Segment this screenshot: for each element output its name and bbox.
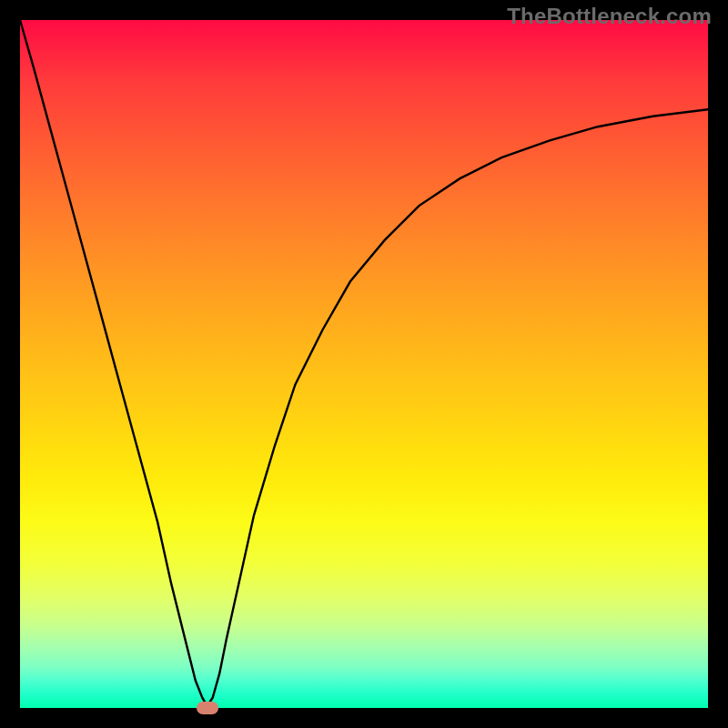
- chart-plot-area: [20, 20, 708, 708]
- watermark-text: TheBottleneck.com: [507, 4, 712, 29]
- bottleneck-curve: [20, 20, 708, 708]
- optimal-marker: [197, 702, 218, 714]
- curve-path: [20, 20, 708, 706]
